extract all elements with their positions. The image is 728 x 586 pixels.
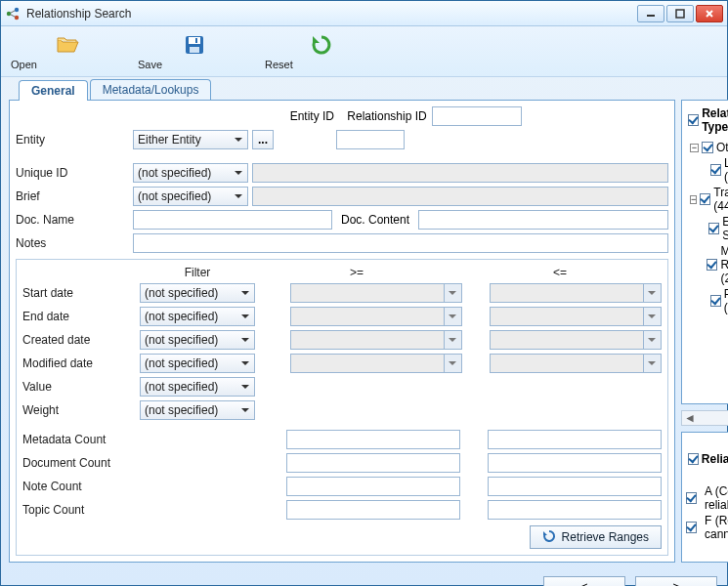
end-date-filter-select[interactable]: (not specified) <box>140 307 255 326</box>
svg-point-1 <box>15 7 19 11</box>
document-count-gte[interactable] <box>286 453 460 473</box>
metadata-count-lte[interactable] <box>488 430 662 449</box>
svg-rect-12 <box>195 38 197 43</box>
unique-id-input[interactable] <box>252 163 668 183</box>
titlebar: Relationship Search <box>1 1 727 26</box>
value-filter-select[interactable]: (not specified) <box>140 377 255 397</box>
tree-checkbox[interactable] <box>710 164 721 176</box>
notes-label: Notes <box>16 236 129 250</box>
brief-select[interactable]: (not specified) <box>133 187 248 206</box>
svg-line-4 <box>11 14 15 16</box>
document-count-lte[interactable] <box>488 453 662 473</box>
doc-content-label: Doc. Content <box>336 213 414 227</box>
note-count-lte[interactable] <box>488 477 662 496</box>
doc-name-input[interactable] <box>133 210 332 230</box>
reliability-checkbox[interactable] <box>688 453 699 465</box>
created-date-gte[interactable] <box>290 330 445 350</box>
unique-id-select[interactable]: (not specified) <box>133 163 248 183</box>
reliability-f-label[interactable]: F (Reliability cannot be <box>705 514 728 541</box>
save-icon <box>182 32 207 58</box>
dropdown-icon[interactable] <box>445 283 462 303</box>
next-button[interactable]: > <box>635 576 717 586</box>
dropdown-icon[interactable] <box>644 354 662 373</box>
dropdown-icon[interactable] <box>445 330 462 350</box>
entity-browse-button[interactable]: ... <box>252 130 274 149</box>
tree-node-purchase[interactable]: Purchase (103) <box>724 287 728 314</box>
general-panel: Entity ID Relationship ID Entity Either … <box>9 100 675 563</box>
tree-node-linked-to[interactable]: Linked to (167) <box>724 156 728 184</box>
relationship-type-title: Relationship Type <box>702 106 728 134</box>
horizontal-scrollbar[interactable]: ◄► <box>681 410 728 426</box>
created-date-filter-select[interactable]: (not specified) <box>140 330 255 350</box>
dropdown-icon[interactable] <box>445 354 462 373</box>
modified-date-gte[interactable] <box>290 354 445 373</box>
tree-node-makes-return[interactable]: Makes Return (260) <box>720 244 728 285</box>
gte-header: >= <box>255 266 458 279</box>
tree-node-transactions[interactable]: Transactions (445) <box>713 186 728 213</box>
tree-node-enters-store[interactable]: Enters Store (82) <box>722 215 728 242</box>
reliability-a-checkbox[interactable] <box>686 492 697 504</box>
entity-select[interactable]: Either Entity <box>133 130 248 149</box>
dropdown-icon[interactable] <box>644 330 662 350</box>
reliability-panel: Reliability ( 612 ) A (Completely reliab… <box>681 432 728 563</box>
dropdown-icon[interactable] <box>445 307 462 326</box>
expand-toggle[interactable]: − <box>690 195 697 204</box>
start-date-filter-select[interactable]: (not specified) <box>140 283 255 303</box>
window-title: Relationship Search <box>26 7 637 21</box>
retrieve-ranges-button[interactable]: Retrieve Ranges <box>530 525 662 549</box>
tree-node-other[interactable]: Other (167) <box>716 141 728 154</box>
open-button[interactable]: Open <box>11 32 124 70</box>
filter-header: Filter <box>140 266 255 279</box>
close-button[interactable] <box>696 5 723 22</box>
reset-button[interactable]: Reset <box>265 32 378 70</box>
svg-point-2 <box>15 15 19 19</box>
tab-general[interactable]: General <box>19 80 88 101</box>
modified-date-filter-select[interactable]: (not specified) <box>140 354 255 373</box>
tree-checkbox[interactable] <box>707 259 717 271</box>
created-date-lte[interactable] <box>490 330 644 350</box>
reliability-a-label[interactable]: A (Completely reliable) <box>705 484 728 512</box>
prev-button[interactable]: < <box>543 576 625 586</box>
reliability-f-checkbox[interactable] <box>686 522 697 533</box>
entity-id-input[interactable] <box>336 130 405 149</box>
tab-metadata-lookups[interactable]: Metadata/Lookups <box>90 79 212 100</box>
brief-input[interactable] <box>252 187 668 206</box>
end-date-label: End date <box>22 310 136 323</box>
modified-date-lte[interactable] <box>490 354 644 373</box>
start-date-lte[interactable] <box>490 283 644 303</box>
topic-count-gte[interactable] <box>286 500 460 520</box>
expand-toggle[interactable]: − <box>690 144 699 152</box>
dropdown-icon[interactable] <box>644 307 662 326</box>
tree-checkbox[interactable] <box>700 193 710 205</box>
end-date-gte[interactable] <box>290 307 445 326</box>
notes-input[interactable] <box>133 233 668 253</box>
metadata-count-label: Metadata Count <box>22 433 136 446</box>
created-date-label: Created date <box>22 333 136 347</box>
tree-checkbox[interactable] <box>710 295 721 307</box>
dropdown-icon[interactable] <box>644 283 662 303</box>
maximize-button[interactable] <box>666 5 694 22</box>
topic-count-lte[interactable] <box>488 500 662 520</box>
end-date-lte[interactable] <box>490 307 644 326</box>
weight-label: Weight <box>22 403 136 417</box>
modified-date-label: Modified date <box>22 356 136 370</box>
tree-checkbox[interactable] <box>708 223 719 234</box>
filter-group: Filter >= <= Start date (not specified) … <box>16 259 668 556</box>
relationship-type-checkbox[interactable] <box>688 114 699 126</box>
minimize-button[interactable] <box>637 5 664 22</box>
svg-point-0 <box>7 11 11 15</box>
relationship-id-input[interactable] <box>432 106 522 126</box>
brief-label: Brief <box>16 189 129 203</box>
entity-id-label: Entity ID <box>279 109 334 123</box>
tree-checkbox[interactable] <box>702 142 713 153</box>
app-icon <box>5 6 21 21</box>
start-date-gte[interactable] <box>290 283 445 303</box>
weight-filter-select[interactable]: (not specified) <box>140 400 255 420</box>
save-button[interactable]: Save <box>138 32 251 70</box>
document-count-label: Document Count <box>22 456 136 470</box>
rel-id-label: Relationship ID <box>346 109 428 123</box>
metadata-count-gte[interactable] <box>286 430 460 449</box>
lte-header: <= <box>458 266 662 279</box>
note-count-gte[interactable] <box>286 477 460 496</box>
doc-content-input[interactable] <box>418 210 668 230</box>
